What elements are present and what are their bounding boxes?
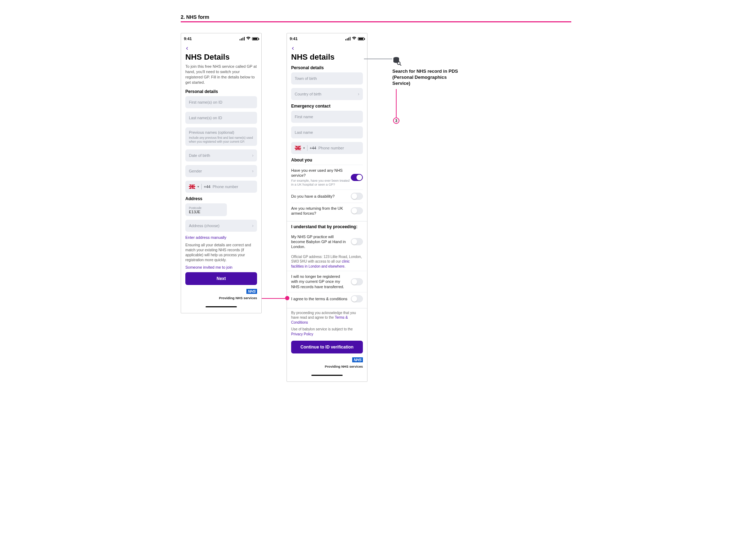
about-you-heading: About you: [291, 158, 363, 163]
consent-heading: I understand that by proceeding:: [291, 224, 363, 229]
chevron-right-icon: ›: [252, 223, 254, 228]
disability-toggle[interactable]: [351, 193, 363, 200]
consent-practice-sub: Official GP address: 123 Lillie Road, Lo…: [291, 254, 363, 269]
nhs-subtitle: Providing NHS services: [219, 296, 257, 300]
address-choose-placeholder: Address (choose): [189, 224, 219, 228]
signal-icon: [240, 37, 245, 40]
personal-details-heading: Personal details: [185, 89, 257, 94]
armed-forces-toggle[interactable]: [351, 207, 363, 214]
status-time: 9:41: [290, 37, 298, 41]
emergency-last-name-input[interactable]: Last name: [291, 126, 363, 138]
consent-dereg-row: I will no longer be registered with my c…: [291, 271, 363, 292]
consent-dereg-label: I will no longer be registered with my c…: [291, 274, 351, 289]
consent-block: I understand that by proceeding: My NHS …: [287, 221, 367, 308]
used-nhs-toggle[interactable]: [351, 174, 363, 181]
privacy-link[interactable]: Privacy Policy: [291, 332, 313, 336]
svg-line-2: [400, 64, 401, 66]
signal-icon: [345, 37, 350, 40]
emergency-phone-input[interactable]: ▾ +44 Phone number: [291, 142, 363, 154]
consent-practice-toggle[interactable]: [351, 238, 363, 245]
disability-row: Do you have a disability?: [291, 190, 363, 203]
divider: [201, 184, 202, 190]
phone-input[interactable]: ▾ +44 Phone number: [185, 181, 257, 193]
battery-icon: [252, 37, 258, 40]
postcode-input[interactable]: Postcode E13JE: [185, 203, 227, 216]
ensure-note: Ensuring all your details are correct an…: [185, 242, 257, 263]
town-placeholder: Town of birth: [295, 76, 317, 81]
address-choose-input[interactable]: Address (choose) ›: [185, 220, 257, 232]
armed-forces-row: Are you returning from the UK armed forc…: [291, 203, 363, 219]
page-title: NHS details: [291, 53, 363, 62]
divider: [307, 145, 307, 151]
uk-flag-icon: [189, 185, 195, 189]
consent-dereg-toggle[interactable]: [351, 278, 363, 285]
phone-placeholder: Phone number: [318, 146, 344, 150]
disability-label: Do you have a disability?: [291, 194, 337, 199]
back-button[interactable]: ‹: [185, 44, 257, 51]
home-indicator: [311, 375, 343, 376]
database-search-icon: [392, 56, 402, 66]
previous-names-input[interactable]: Previous names (optional) Include any pr…: [185, 127, 257, 146]
used-nhs-row: Have you ever used any NHS service? For …: [291, 165, 363, 190]
first-name-placeholder: First name(s) on ID: [189, 100, 222, 104]
nhs-subtitle: Providing NHS services: [325, 364, 363, 368]
gender-placeholder: Gender: [189, 169, 202, 173]
status-time: 9:41: [184, 37, 192, 41]
uk-flag-icon: [295, 146, 301, 150]
wifi-icon: [352, 37, 356, 41]
previous-names-help: Include any previous first and last name…: [189, 136, 254, 143]
status-bar: 9:41: [181, 33, 261, 44]
nhs-logo: NHS: [352, 357, 363, 362]
continue-button[interactable]: Continue to ID verification: [291, 341, 363, 353]
postcode-label: Postcode: [189, 206, 223, 210]
status-bar: 9:41: [287, 33, 367, 44]
chevron-right-icon: ›: [252, 153, 254, 158]
address-heading: Address: [185, 196, 257, 201]
phone-screen-1: 9:41 ‹ NHS Details To join this free NHS…: [181, 33, 262, 313]
used-nhs-label: Have you ever used any NHS service?: [291, 168, 351, 178]
enter-address-manually-link[interactable]: Enter address manually: [185, 235, 257, 240]
someone-invited-link[interactable]: Someone invited me to join: [185, 265, 257, 269]
personal-details-heading: Personal details: [291, 65, 363, 70]
section-rule: [181, 21, 571, 22]
connector-line: [262, 298, 287, 299]
emergency-first-name-input[interactable]: First name: [291, 111, 363, 123]
nhs-footer: NHS Providing NHS services: [185, 288, 257, 301]
phone-placeholder: Phone number: [213, 185, 238, 189]
annotation-connector-pink: [396, 89, 397, 117]
town-of-birth-input[interactable]: Town of birth: [291, 72, 363, 84]
wifi-icon: [246, 37, 251, 41]
emergency-contact-heading: Emergency contact: [291, 104, 363, 109]
next-button[interactable]: Next: [185, 272, 257, 285]
caret-down-icon: ▾: [197, 185, 199, 188]
dob-placeholder: Date of birth: [189, 153, 210, 158]
efirst-placeholder: First name: [295, 115, 313, 119]
consent-practice-sub-text: Official GP address: 123 Lillie Road, Lo…: [291, 255, 362, 264]
used-nhs-sublabel: For example, have you ever been treated …: [291, 179, 351, 187]
back-button[interactable]: ‹: [291, 44, 363, 51]
last-name-input[interactable]: Last name(s) on ID: [185, 112, 257, 124]
chevron-right-icon: ›: [358, 92, 359, 97]
battery-icon: [358, 37, 364, 40]
status-icons: [240, 37, 258, 41]
dob-input[interactable]: Date of birth ›: [185, 149, 257, 161]
consent-terms-toggle[interactable]: [351, 295, 363, 302]
step-badge-3: 3: [393, 117, 399, 124]
phone-screen-2: 9:41 ‹ NHS details Personal details Town…: [287, 33, 367, 382]
postcode-value: E13JE: [189, 210, 200, 214]
status-icons: [345, 37, 364, 41]
privacy-prefix: Use of babylon service is subject to the: [291, 327, 353, 331]
consent-practice-label: My NHS GP practice will become Babylon G…: [291, 234, 351, 249]
nhs-logo: NHS: [246, 289, 257, 294]
connector-dot: [285, 296, 289, 300]
first-name-input[interactable]: First name(s) on ID: [185, 96, 257, 108]
armed-forces-label: Are you returning from the UK armed forc…: [291, 206, 351, 216]
previous-names-placeholder: Previous names (optional): [189, 130, 234, 134]
chevron-right-icon: ›: [252, 169, 254, 174]
country-of-birth-input[interactable]: Country of birth ›: [291, 88, 363, 100]
privacy-text: Use of babylon service is subject to the…: [291, 327, 363, 336]
country-placeholder: Country of birth: [295, 92, 321, 96]
gender-input[interactable]: Gender ›: [185, 165, 257, 177]
consent-terms-label: I agree to the terms & conditions: [291, 296, 350, 301]
consent-practice-row: My NHS GP practice will become Babylon G…: [291, 231, 363, 252]
